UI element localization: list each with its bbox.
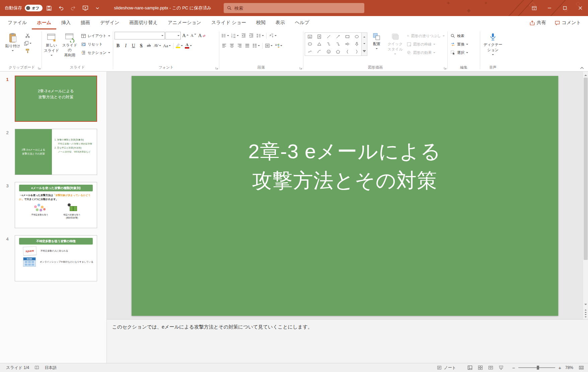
replace-button[interactable]: 置換 [449,40,469,48]
font-size-select[interactable] [165,32,181,39]
shape-fill-button[interactable]: 図形の塗りつぶし [405,32,446,40]
zoom-level[interactable]: 78% [563,363,576,372]
align-left-button[interactable] [221,42,228,49]
drawing-dialog-launcher[interactable] [443,66,447,70]
scrollbar-thumb[interactable] [584,78,588,260]
change-case-button[interactable]: Aa [162,42,171,49]
underline-button[interactable]: U [130,42,137,49]
tab-insert[interactable]: 挿入 [56,16,76,29]
scroll-up-button[interactable] [583,72,588,77]
paragraph-dialog-launcher[interactable] [299,66,303,70]
shape-elbow-connector-icon[interactable] [324,40,333,48]
zoom-slider-thumb[interactable] [537,366,539,370]
ribbon-display-options-button[interactable] [526,0,542,16]
share-button[interactable]: 共有 [525,16,550,29]
view-slide-sorter-button[interactable] [475,363,486,372]
shape-effects-button[interactable]: 図形の効果 [405,49,446,57]
shapes-gallery-up-button[interactable] [362,33,367,40]
text-shadow-button[interactable]: S [138,42,145,49]
clear-formatting-button[interactable]: A [198,32,206,39]
view-slideshow-button[interactable] [496,363,506,372]
font-color-button[interactable]: A [184,42,193,49]
paste-button[interactable]: 貼り付け [3,31,22,53]
shape-pentagon-icon[interactable] [333,48,343,56]
tab-draw[interactable]: 描画 [76,16,95,29]
undo-button[interactable] [56,3,67,13]
tab-review[interactable]: 校閲 [251,16,271,29]
shape-vertical-textbox-icon[interactable]: A [314,33,324,40]
zoom-in-button[interactable]: + [557,365,563,371]
new-slide-button[interactable]: 新しい スライド [43,31,60,58]
section-button[interactable]: セクション [80,49,112,57]
shape-arrow-down-icon[interactable] [352,40,361,48]
notes-button[interactable]: ノート [434,363,459,372]
italic-button[interactable]: I [122,42,129,49]
decrease-font-size-button[interactable]: A [190,32,197,39]
shape-oval-icon[interactable] [352,33,361,40]
quick-styles-button[interactable]: クイック スタイル [386,31,404,56]
shape-triangle-icon[interactable] [314,40,324,48]
slide-thumbnail-1[interactable]: 1 2章-3 eメールによる 攻撃方法とその対策 [0,76,106,122]
slide-canvas[interactable]: 2章-3 eメールによる 攻撃方法とその対策 [132,76,558,316]
bullets-button[interactable] [221,32,230,39]
reuse-slides-button[interactable]: スライドの 再利用 [61,31,79,58]
zoom-out-button[interactable]: − [511,365,516,371]
shape-arrow-right-icon[interactable] [343,40,352,48]
quick-access-menu-button[interactable] [92,3,103,13]
shape-outline-button[interactable]: 図形の枠線 [405,40,446,48]
next-slide-button[interactable] [583,313,588,319]
justify-button[interactable] [244,42,251,49]
close-button[interactable] [573,0,588,16]
shape-scribble-icon[interactable] [305,48,314,56]
shape-rounded-rectangle-icon[interactable] [305,40,314,48]
text-highlight-color-button[interactable] [175,42,183,49]
search-input[interactable] [234,6,361,11]
shape-smiley-icon[interactable] [324,48,333,56]
shape-line-icon[interactable] [324,33,333,40]
bold-button[interactable]: B [115,42,122,49]
font-name-select[interactable] [115,32,165,39]
language-indicator[interactable]: 日本語 [42,363,59,372]
tab-animations[interactable]: アニメーション [163,16,206,29]
slide-title-text[interactable]: 2章-3 eメールによる 攻撃方法とその対策 [248,137,441,195]
notes-pane[interactable]: このセクションでは、eメールによる攻撃方法とその対策について見ていくことにします… [107,319,588,363]
tab-help[interactable]: ヘルプ [290,16,314,29]
cut-button[interactable] [23,32,32,39]
start-slideshow-button[interactable] [80,3,91,13]
slide-thumbnail-2[interactable]: 2 2章-3 eメールによる 攻撃方法とその対策 1. 攻撃の種類と対策(対象別… [0,129,106,175]
clipboard-dialog-launcher[interactable] [37,66,41,70]
shape-elbow-arrow-icon[interactable] [333,40,343,48]
shape-left-brace-icon[interactable] [343,48,352,56]
columns-button[interactable] [251,42,261,49]
increase-indent-button[interactable] [248,32,255,39]
view-normal-button[interactable] [465,363,475,372]
shape-right-brace-icon[interactable] [352,48,361,56]
align-center-button[interactable] [228,42,235,49]
decrease-indent-button[interactable] [240,32,247,39]
autosave-toggle[interactable]: オフ [25,5,43,11]
line-spacing-button[interactable] [255,32,265,39]
increase-font-size-button[interactable]: A [181,32,189,39]
find-button[interactable]: 検索 [449,32,469,40]
align-text-button[interactable] [264,42,273,49]
tab-transitions[interactable]: 画面切り替え [124,16,163,29]
numbering-button[interactable]: 1.2.3. [230,32,239,39]
reset-button[interactable]: リセット [80,40,112,48]
convert-to-smartart-button[interactable] [274,42,283,49]
save-button[interactable] [44,3,55,13]
arrange-button[interactable]: 配置 [368,31,385,51]
fit-to-window-button[interactable] [576,363,585,372]
format-painter-button[interactable] [23,48,32,55]
maximize-button[interactable] [557,0,573,16]
redo-button[interactable] [68,3,79,13]
zoom-slider[interactable] [518,367,555,368]
shape-textbox-icon[interactable]: A [305,33,314,40]
dictate-button[interactable]: ディクテー ション [482,31,504,57]
comments-button[interactable]: コメント [550,16,585,29]
view-reading-button[interactable] [486,363,496,372]
tab-design[interactable]: デザイン [95,16,124,29]
shapes-gallery-down-button[interactable] [362,40,367,48]
minimize-button[interactable] [542,0,557,16]
character-spacing-button[interactable]: AV [153,42,162,49]
slide-thumbnail-4[interactable]: 4 不特定多数を狙う攻撃の特徴 spam 不特定多数の人に送られる BANK [0,235,106,281]
